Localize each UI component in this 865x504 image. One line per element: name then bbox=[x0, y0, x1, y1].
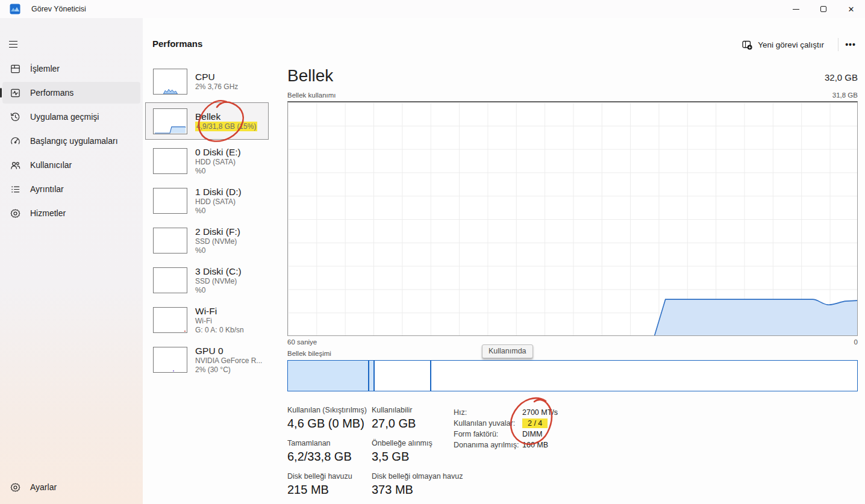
kv-label: Form faktörü: bbox=[454, 429, 522, 440]
perf-item-detail: %0 bbox=[195, 286, 242, 295]
perf-item-detail: 2% (30 °C) bbox=[195, 366, 262, 375]
sidebar-item-label: Performans bbox=[30, 88, 73, 98]
minimize-icon bbox=[793, 9, 799, 10]
memory-title: Bellek bbox=[287, 66, 333, 86]
history-icon bbox=[10, 111, 21, 123]
perf-item-detail: HDD (SATA) bbox=[195, 198, 242, 207]
sidebar-item-uygulama-gecmisi[interactable]: Uygulama geçmişi bbox=[2, 106, 140, 128]
stats-column-1: Kullanılan (Sıkıştırılmış) 4,6 GB (0 MB)… bbox=[287, 406, 367, 504]
stat-label: Kullanılabilir bbox=[372, 406, 463, 414]
sidebar-item-islemler[interactable]: İşlemler bbox=[2, 58, 140, 79]
perf-item-detail: Wi-Fi bbox=[195, 317, 244, 326]
sidebar-item-label: Ayarlar bbox=[30, 482, 57, 492]
gpu-mini-graph bbox=[153, 347, 187, 373]
stat-label: Disk belleği olmayan havuz bbox=[372, 472, 463, 481]
composition-segment-standby bbox=[375, 361, 432, 391]
cpu-mini-graph bbox=[153, 69, 187, 95]
titlebar: Görev Yöneticisi ✕ bbox=[0, 0, 865, 18]
memory-usage-graph bbox=[287, 101, 858, 336]
page-title: Performans bbox=[152, 39, 202, 49]
maximize-button[interactable] bbox=[810, 0, 837, 18]
perf-item-detail: G: 0 A: 0 Kb/sn bbox=[195, 326, 244, 335]
minimize-button[interactable] bbox=[782, 0, 810, 18]
timeline-right-label: 0 bbox=[854, 338, 858, 346]
perf-item-cpu[interactable]: CPU 2% 3,76 GHz bbox=[145, 63, 269, 100]
details-icon bbox=[10, 184, 21, 195]
composition-segment-free bbox=[431, 361, 857, 391]
sidebar-item-label: Ayrıntılar bbox=[30, 184, 64, 194]
stat-value: 373 MB bbox=[372, 483, 463, 497]
kv-value: 160 MB bbox=[522, 441, 548, 449]
stat-label: Disk belleği havuzu bbox=[287, 472, 367, 481]
sidebar-item-ayrintilar[interactable]: Ayrıntılar bbox=[2, 178, 140, 200]
sidebar-item-label: Hizmetler bbox=[30, 208, 66, 218]
close-button[interactable]: ✕ bbox=[837, 0, 865, 18]
performance-icon bbox=[10, 87, 21, 99]
kv-label: Hız: bbox=[454, 407, 522, 418]
memory-mini-graph bbox=[153, 108, 187, 134]
run-new-task-button[interactable]: Yeni görevi çalıştır bbox=[736, 36, 830, 54]
perf-item-detail: %0 bbox=[195, 246, 240, 255]
perf-item-detail: HDD (SATA) bbox=[195, 158, 241, 167]
disk0-mini-graph bbox=[153, 148, 187, 174]
memory-capacity: 32,0 GB bbox=[825, 72, 858, 82]
perf-item-wifi[interactable]: Wi-Fi Wi-Fi G: 0 A: 0 Kb/sn bbox=[145, 301, 269, 338]
memory-composition-bar[interactable] bbox=[287, 360, 858, 391]
close-icon: ✕ bbox=[848, 5, 855, 13]
perf-item-disk0[interactable]: 0 Diski (E:) HDD (SATA) %0 bbox=[145, 142, 269, 179]
sidebar-item-ayarlar[interactable]: Ayarlar bbox=[2, 476, 140, 498]
kv-label: Kullanılan yuvalar: bbox=[454, 418, 522, 429]
timeline-left-label: 60 saniye bbox=[287, 338, 317, 346]
stat-value: 3,5 GB bbox=[372, 450, 463, 464]
settings-gear-icon bbox=[10, 482, 21, 493]
perf-item-detail: NVIDIA GeForce R... bbox=[195, 356, 262, 366]
selected-accent-bar bbox=[0, 88, 2, 98]
disk3-mini-graph bbox=[153, 267, 187, 293]
perf-item-name: 2 Diski (F:) bbox=[195, 226, 240, 237]
perf-item-detail: %0 bbox=[195, 167, 241, 176]
highlighted-slots-value: 2 / 4 bbox=[522, 418, 548, 428]
more-options-button[interactable]: ••• bbox=[841, 36, 860, 54]
stat-value: 215 MB bbox=[287, 483, 367, 497]
perf-item-name: CPU bbox=[195, 71, 238, 82]
sidebar-item-label: Başlangıç uygulamaları bbox=[30, 136, 118, 146]
main-panel: Performans Yeni görevi çalıştır ••• bbox=[143, 18, 865, 504]
window-title: Görev Yöneticisi bbox=[31, 5, 86, 13]
sidebar: İşlemler Performans Uygulama geçmişi bbox=[0, 18, 143, 504]
sidebar-item-baslangic[interactable]: Başlangıç uygulamaları bbox=[2, 130, 140, 152]
stat-label: Kullanılan (Sıkıştırılmış) bbox=[287, 406, 367, 414]
perf-item-detail: SSD (NVMe) bbox=[195, 277, 242, 286]
perf-item-disk2[interactable]: 2 Diski (F:) SSD (NVMe) %0 bbox=[145, 222, 269, 259]
run-new-task-label: Yeni görevi çalıştır bbox=[758, 40, 824, 49]
sidebar-item-hizmetler[interactable]: Hizmetler bbox=[2, 202, 140, 224]
perf-item-name: GPU 0 bbox=[195, 345, 262, 356]
services-icon bbox=[10, 208, 21, 219]
sidebar-item-kullanicilar[interactable]: Kullanıcılar bbox=[2, 154, 140, 176]
kv-row-slots-used: Kullanılan yuvalar:2 / 4 bbox=[454, 418, 558, 429]
sidebar-item-label: Kullanıcılar bbox=[30, 160, 72, 170]
hardware-info-list: Hız:2700 MT/s Kullanılan yuvalar:2 / 4 F… bbox=[454, 407, 558, 450]
perf-item-disk1[interactable]: 1 Diski (D:) HDD (SATA) %0 bbox=[145, 182, 269, 219]
perf-item-detail: 2% 3,76 GHz bbox=[195, 82, 238, 92]
stat-value: 6,2/33,8 GB bbox=[287, 450, 367, 464]
perf-item-disk3[interactable]: 3 Diski (C:) SSD (NVMe) %0 bbox=[145, 261, 269, 299]
startup-icon bbox=[10, 135, 21, 147]
perf-item-detail: %0 bbox=[195, 207, 242, 216]
kv-row-speed: Hız:2700 MT/s bbox=[454, 407, 558, 418]
memory-usage-label: Bellek kullanımı bbox=[287, 92, 336, 99]
perf-item-name: 3 Diski (C:) bbox=[195, 266, 242, 277]
perf-item-detail: SSD (NVMe) bbox=[195, 237, 240, 246]
task-manager-window: Görev Yöneticisi ✕ İşlemler Performans bbox=[0, 0, 865, 504]
sidebar-item-performans[interactable]: Performans bbox=[2, 82, 140, 104]
perf-item-bellek[interactable]: Bellek 4,9/31,8 GB (15%) bbox=[145, 102, 269, 140]
stat-label: Tamamlanan bbox=[287, 439, 367, 447]
task-manager-app-icon bbox=[10, 4, 20, 14]
hamburger-menu-button[interactable] bbox=[6, 36, 23, 52]
perf-item-gpu0[interactable]: GPU 0 NVIDIA GeForce R... 2% (30 °C) bbox=[145, 341, 269, 378]
performance-list: CPU 2% 3,76 GHz Bellek 4,9/31,8 GB (15%) bbox=[145, 63, 269, 381]
disk2-mini-graph bbox=[153, 228, 187, 254]
stats-column-2: Kullanılabilir 27,0 GB Önbelleğe alınmış… bbox=[372, 406, 463, 504]
maximize-icon bbox=[820, 6, 826, 12]
stat-value: 27,0 GB bbox=[372, 417, 463, 431]
window-plus-icon bbox=[742, 40, 752, 50]
